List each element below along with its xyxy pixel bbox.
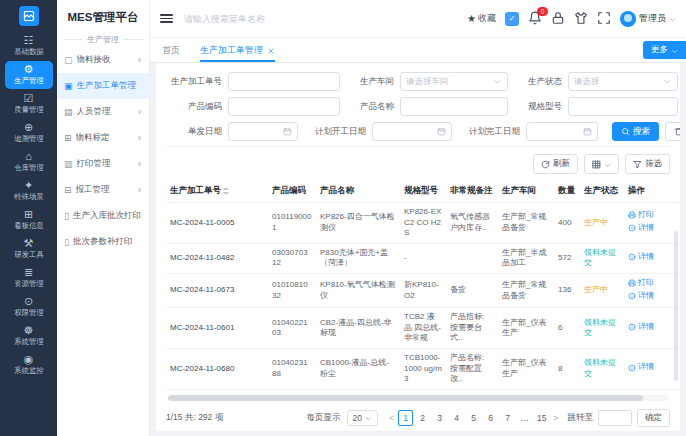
- detail-action-link[interactable]: 详情: [628, 322, 654, 333]
- rail-item-basic-data[interactable]: ☷基础数据: [5, 32, 53, 60]
- sort-icon[interactable]: [223, 187, 229, 195]
- cell-qty: 136: [554, 273, 580, 308]
- column-header-label: 非常规备注: [450, 185, 493, 195]
- more-button[interactable]: 更多: [643, 41, 686, 59]
- tab-bar: 首页生产加工单管理 更多: [150, 38, 686, 63]
- sidebar-item-inbound-batch-print[interactable]: ▯生产入库批次打印: [57, 203, 149, 229]
- detail-action-link[interactable]: 详情: [628, 252, 654, 263]
- rail-item-rnd-tools[interactable]: ⚒研发工具: [5, 235, 53, 263]
- sidebar-item-work-report[interactable]: ⊟报工管理∨: [57, 177, 149, 203]
- rail-item-special[interactable]: ✦特殊场景: [5, 177, 53, 205]
- cell-order: MC-2024-11-0680: [166, 349, 268, 390]
- detail-action-link[interactable]: 详情: [628, 291, 654, 302]
- fullscreen-icon[interactable]: [597, 12, 611, 26]
- rail-item-quality[interactable]: ☑质量管理: [5, 90, 53, 118]
- sidebar-item-label: 报工管理: [76, 184, 110, 196]
- rail-item-permission[interactable]: ⊙权限管理: [5, 293, 53, 321]
- page-number-6[interactable]: 6: [483, 410, 498, 426]
- product-code-input[interactable]: [228, 97, 340, 116]
- cell-order: MC-2024-11-0673: [166, 273, 268, 308]
- sidebar-item-print-manage[interactable]: ▥打印管理∨: [57, 151, 149, 177]
- prev-page-button[interactable]: <: [389, 413, 394, 423]
- rail-item-trace[interactable]: ⊕追溯管理: [5, 119, 53, 147]
- plan-start-date-date[interactable]: [372, 122, 452, 141]
- theme-skin-icon[interactable]: [574, 12, 588, 26]
- cell-name: KP810-氧气气体检测仪: [316, 273, 400, 308]
- lock-screen-icon[interactable]: [551, 12, 565, 26]
- detail-action-link[interactable]: 详情: [628, 362, 654, 373]
- special-icon: ✦: [24, 179, 33, 192]
- rail-item-production[interactable]: ⚙生产管理: [5, 61, 53, 89]
- collapse-menu-icon[interactable]: [160, 14, 173, 23]
- plan-finish-date-date[interactable]: [526, 122, 598, 141]
- jump-confirm-button[interactable]: 确定: [637, 409, 670, 427]
- product-name-input[interactable]: [400, 97, 508, 116]
- user-menu[interactable]: 管理员: [620, 11, 676, 27]
- notification-bell-icon[interactable]: 0: [528, 12, 542, 26]
- production-icon: ⚙: [24, 63, 34, 76]
- column-settings-button[interactable]: [584, 154, 619, 174]
- rail-item-dashboard[interactable]: ⊞看板信息: [5, 206, 53, 234]
- tab-close-icon[interactable]: [267, 47, 275, 55]
- search-button[interactable]: 搜索: [612, 122, 659, 141]
- rail-item-system[interactable]: ☸系统管理: [5, 322, 53, 350]
- column-header-order[interactable]: 生产加工单号: [166, 180, 268, 203]
- app-logo-icon[interactable]: [19, 6, 39, 26]
- theme-color-icon[interactable]: ✓: [505, 12, 519, 26]
- tab-home[interactable]: 首页: [162, 40, 180, 62]
- cell-code: 0101190001: [268, 203, 316, 244]
- page-number-15[interactable]: 15: [534, 410, 549, 426]
- rail-item-warehouse[interactable]: ⌂仓库管理: [5, 148, 53, 176]
- page-number-7[interactable]: 7: [500, 410, 515, 426]
- favorite-button[interactable]: ★ 收藏: [467, 12, 496, 25]
- menu-search-input[interactable]: [182, 13, 304, 25]
- print-action-link[interactable]: 打印: [628, 210, 654, 221]
- work-order-no-label: 生产加工单号: [166, 76, 228, 88]
- detail-action-link[interactable]: 详情: [628, 223, 654, 234]
- page-size-select[interactable]: 20: [347, 410, 378, 426]
- column-header-label: 生产状态: [584, 185, 618, 195]
- rail-item-label: 权限管理: [14, 308, 43, 317]
- work-order-no-input[interactable]: [228, 72, 340, 91]
- rail-item-monitor[interactable]: ◉系统监控: [5, 351, 53, 379]
- cell-actions: 详情: [624, 349, 680, 390]
- page-number-5[interactable]: 5: [466, 410, 481, 426]
- issue-date-date[interactable]: [228, 122, 298, 141]
- refresh-button[interactable]: 刷新: [533, 154, 578, 174]
- filter-button[interactable]: 筛选: [625, 154, 670, 174]
- page-number-2[interactable]: 2: [415, 410, 430, 426]
- print-action-link[interactable]: 打印: [628, 278, 654, 289]
- field-issue-date: 单发日期: [166, 122, 298, 141]
- next-page-button[interactable]: >: [553, 413, 558, 423]
- chevron-down-icon: [663, 77, 672, 86]
- cell-qty: 572: [554, 243, 580, 273]
- horizontal-scrollbar[interactable]: [168, 395, 668, 401]
- cell-workshop: 生产部_半成品加工: [498, 243, 554, 273]
- rail-item-resource[interactable]: ≣资源管理: [5, 264, 53, 292]
- page-number-1[interactable]: 1: [398, 410, 413, 426]
- field-production-status: 生产状态请选择: [518, 72, 678, 91]
- cell-qty: 8: [554, 349, 580, 390]
- workshop-select[interactable]: 请选择车间: [400, 72, 508, 91]
- cell-note: 氧气传感器 户内库存..: [446, 203, 498, 244]
- personnel-icon: ▤: [64, 107, 73, 117]
- production-status-select[interactable]: 请选择: [568, 72, 678, 91]
- clear-button[interactable]: 清空: [665, 122, 680, 141]
- sidebar-item-personnel[interactable]: ▤人员管理∨: [57, 99, 149, 125]
- top-header: ★ 收藏 ✓ 0 管理员: [150, 0, 686, 38]
- cell-order: MC-2024-11-0601: [166, 308, 268, 349]
- page-size-value: 20: [353, 413, 362, 423]
- sidebar-item-production-work-order[interactable]: ▣生产加工单管理: [57, 73, 149, 99]
- spec-model-input[interactable]: [568, 97, 678, 116]
- cell-note: 产品指标: 按需要台式..: [446, 308, 498, 349]
- page-number-4[interactable]: 4: [449, 410, 464, 426]
- jump-page-input[interactable]: [598, 410, 632, 426]
- sidebar-item-material-receive[interactable]: ▢物料接收∨: [57, 47, 149, 73]
- sidebar-item-material-calibration[interactable]: ⊞物料标定∨: [57, 125, 149, 151]
- cell-spec: 新KP810-O2: [400, 273, 446, 308]
- vertical-scrollbar[interactable]: [674, 231, 678, 381]
- sidebar-item-batch-param-reprint[interactable]: ▯批次参数补打印: [57, 229, 149, 255]
- cell-name: P830壳体+面壳+盖（菏泽）: [316, 243, 400, 273]
- page-number-3[interactable]: 3: [432, 410, 447, 426]
- tab-production-work-order[interactable]: 生产加工单管理: [200, 40, 275, 62]
